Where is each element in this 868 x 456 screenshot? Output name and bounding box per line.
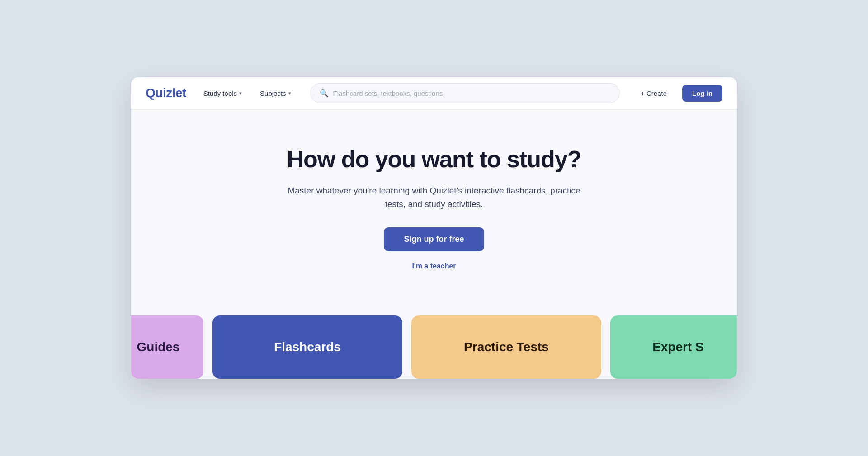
cards-row: Guides Flashcards Practice Tests Expert … <box>131 315 737 379</box>
cards-section: Guides Flashcards Practice Tests Expert … <box>131 297 737 379</box>
card-expert-solutions[interactable]: Expert S <box>610 315 737 379</box>
signup-button[interactable]: Sign up for free <box>384 227 484 251</box>
study-tools-label: Study tools <box>203 89 237 97</box>
create-button[interactable]: + Create <box>634 87 673 100</box>
study-tools-menu[interactable]: Study tools ▾ <box>199 87 246 100</box>
subjects-label: Subjects <box>260 89 286 97</box>
hero-title: How do you want to study? <box>149 146 719 173</box>
logo[interactable]: Quizlet <box>146 86 186 100</box>
create-label: + Create <box>641 89 667 97</box>
navbar: Quizlet Study tools ▾ Subjects ▾ 🔍 + Cre… <box>131 77 737 110</box>
card-flashcards-label: Flashcards <box>274 340 341 354</box>
browser-window: Quizlet Study tools ▾ Subjects ▾ 🔍 + Cre… <box>131 77 737 379</box>
search-icon: 🔍 <box>320 89 329 98</box>
card-practice-tests[interactable]: Practice Tests <box>411 315 601 379</box>
card-expert-label: Expert S <box>652 340 704 354</box>
card-guides-label: Guides <box>137 340 180 354</box>
card-guides[interactable]: Guides <box>131 315 203 379</box>
study-tools-chevron-icon: ▾ <box>239 90 242 96</box>
subjects-menu[interactable]: Subjects ▾ <box>255 87 296 100</box>
search-input[interactable] <box>333 89 610 97</box>
hero-section: How do you want to study? Master whateve… <box>131 110 737 298</box>
hero-subtitle: Master whatever you're learning with Qui… <box>280 184 588 212</box>
subjects-chevron-icon: ▾ <box>288 90 291 96</box>
search-bar[interactable]: 🔍 <box>310 83 620 103</box>
login-button[interactable]: Log in <box>682 85 722 102</box>
card-practice-label: Practice Tests <box>464 340 549 354</box>
teacher-link[interactable]: I'm a teacher <box>149 262 719 270</box>
card-flashcards[interactable]: Flashcards <box>212 315 402 379</box>
